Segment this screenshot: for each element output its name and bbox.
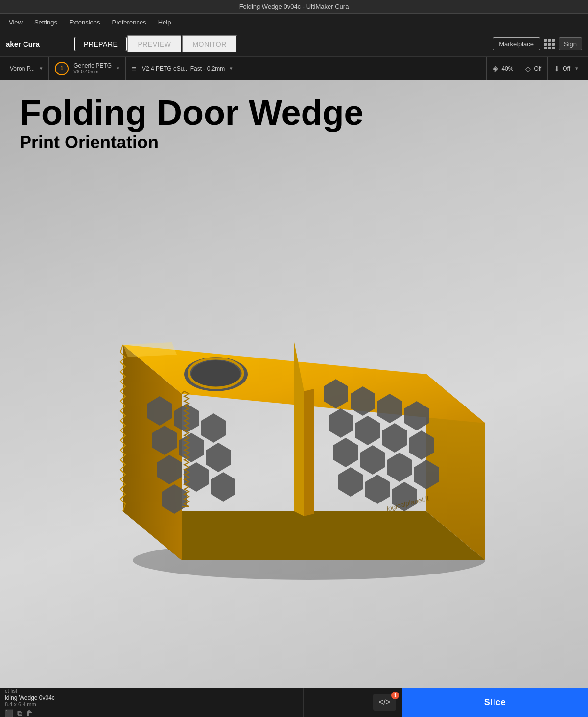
nav-preview[interactable]: PREVIEW [127,35,182,53]
material-detail: V6 0.40mm [73,69,112,74]
object-list-panel: ct list lding Wedge 0v04c 8.4 x 6.4 mm ⬛… [0,688,304,717]
support-toggle[interactable]: ◇ Off [519,57,548,80]
infill-icon: ◈ [493,64,498,73]
apps-grid-icon[interactable] [544,39,555,49]
model-3d-container: logicalplanet.it [20,168,588,688]
hex-r13 [338,467,363,497]
menu-view[interactable]: View [4,17,27,28]
hex-r7 [382,423,407,453]
object-icon-1[interactable]: ⬛ [5,709,13,717]
menu-preferences[interactable]: Preferences [107,17,151,28]
app-title: aker Cura [6,40,65,48]
slice-area: </> 1 Slice [304,688,588,717]
object-dimensions: 8.4 x 6.4 mm [5,701,298,707]
toolbar-right: Marketplace Sign [493,37,582,50]
hex-r6 [355,416,380,445]
hex-r10 [360,445,385,475]
profile-name: V2.4 PETG eSu... Fast - 0.2mm [142,65,225,72]
material-name: Generic PETG [73,62,112,69]
printer-selector[interactable]: Voron P... ▾ [4,57,49,80]
model-svg: logicalplanet.it [84,244,524,612]
nav-prepare[interactable]: PREPARE [74,37,127,51]
model-sub-title: Print Orientation [20,132,364,153]
model-main-title: Folding Door Wedge [20,95,364,130]
object-icon-3[interactable]: 🗑 [26,709,33,717]
material-selector[interactable]: 1 Generic PETG V6 0.40mm ▾ [49,57,126,80]
object-name: lding Wedge 0v04c [5,694,298,701]
code-badge-button[interactable]: </> 1 [367,688,402,717]
object-icons-row: ⬛ ⧉ 🗑 [5,709,298,717]
adhesion-chevron: ▾ [575,65,578,72]
adhesion-status: Off [563,65,570,72]
hex-9 [206,443,231,472]
highlight-corner [123,342,177,357]
hex-r11 [387,453,412,482]
menu-settings[interactable]: Settings [29,17,62,28]
object-icon-2[interactable]: ⧉ [17,709,22,717]
slice-button[interactable]: Slice [402,688,588,717]
support-icon: ◇ [525,65,531,72]
nav-monitor[interactable]: MONITOR [182,35,237,53]
infill-value: 40% [501,65,513,72]
adhesion-icon: ⬇ [554,65,560,72]
hex-4 [179,433,204,462]
center-ridge-right [304,389,314,516]
toolbar: aker Cura PREPARE PREVIEW MONITOR Market… [0,31,588,57]
profile-selector[interactable]: ≡ V2.4 PETG eSu... Fast - 0.2mm ▾ [126,57,487,80]
adhesion-toggle[interactable]: ⬇ Off ▾ [548,57,584,80]
menu-bar: View Settings Extensions Preferences Hel… [0,14,588,31]
printer-number-badge: 1 [55,62,69,75]
object-list-label: ct list [5,688,298,693]
hex-r5 [329,408,353,438]
marketplace-button[interactable]: Marketplace [493,37,540,50]
hex-8 [201,413,226,443]
bottom-panel: ct list lding Wedge 0v04c 8.4 x 6.4 mm ⬛… [0,688,588,717]
title-bar: Folding Wedge 0v04c - UltiMaker Cura [0,0,588,14]
settings-bar: Voron P... ▾ 1 Generic PETG V6 0.40mm ▾ … [0,57,588,80]
printer-chevron: ▾ [40,65,43,72]
hex-r14 [365,475,390,504]
hex-r9 [333,438,358,467]
hex-10 [211,472,235,502]
sign-in-button[interactable]: Sign [559,37,582,50]
window-title: Folding Wedge 0v04c - UltiMaker Cura [239,3,349,10]
menu-extensions[interactable]: Extensions [64,17,105,28]
main-viewport[interactable]: Folding Door Wedge Print Orientation [0,80,588,688]
profile-chevron: ▾ [230,65,233,72]
profile-icon: ≡ [132,64,136,72]
model-title-overlay: Folding Door Wedge Print Orientation [20,95,364,153]
infill-selector[interactable]: ◈ 40% [487,57,519,80]
printer-name: Voron P... [10,65,35,72]
notification-badge: 1 [391,692,399,699]
support-status: Off [534,65,541,72]
material-chevron: ▾ [117,65,119,72]
menu-help[interactable]: Help [153,17,176,28]
